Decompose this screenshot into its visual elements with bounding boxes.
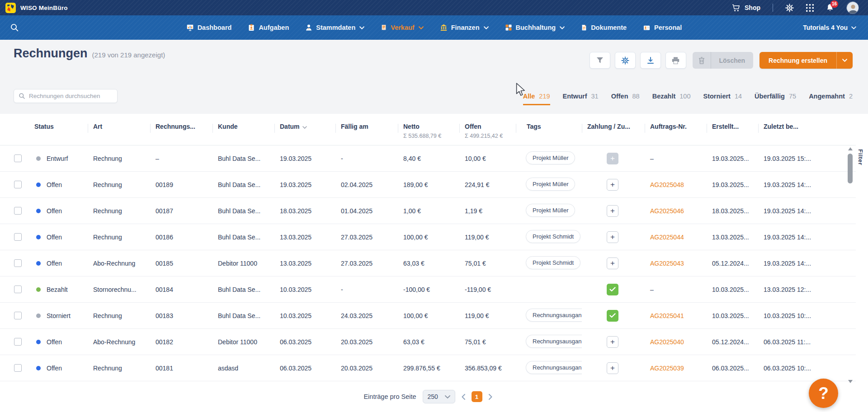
col-header-datum[interactable]: Datum	[274, 114, 335, 130]
row-checkbox[interactable]	[14, 312, 22, 319]
row-checkbox[interactable]	[14, 286, 22, 293]
tag-pill[interactable]: Projekt Schmidt	[526, 230, 580, 243]
col-header-netto[interactable]: NettoΣ 535.688,79 €	[398, 114, 459, 139]
col-header-kunde[interactable]: Kunde	[212, 114, 274, 130]
create-invoice-button[interactable]: Rechnung erstellen	[760, 52, 853, 69]
col-header-rechnungsnr[interactable]: Rechnungs...	[150, 114, 212, 130]
settings-icon[interactable]	[785, 4, 794, 12]
col-header-tags[interactable]: Tags	[516, 114, 582, 130]
nav-item-buchhaltung[interactable]: Buchhaltung	[505, 24, 565, 31]
row-checkbox[interactable]	[14, 364, 22, 372]
download-button[interactable]	[640, 52, 661, 69]
nav-item-personal[interactable]: Personal	[643, 24, 682, 31]
status-label: Storniert	[47, 312, 71, 319]
nav-item-verkauf[interactable]: Verkauf	[381, 24, 423, 31]
tag-pill[interactable]: Rechnungsausgan	[526, 335, 582, 348]
row-checkbox[interactable]	[14, 181, 22, 188]
help-button[interactable]: ?	[809, 379, 838, 408]
order-number-link[interactable]: AG2025039	[650, 365, 684, 372]
tab-bezahlt[interactable]: Bezahlt 100	[652, 93, 691, 104]
pagination-bar: Einträge pro Seite 250 1	[0, 381, 856, 412]
page-size-select[interactable]: 250	[423, 390, 455, 403]
col-header-zahlung[interactable]: Zahlung / Zu...	[582, 114, 645, 130]
next-page-button[interactable]	[489, 394, 492, 400]
table-row[interactable]: OffenRechnung00186Buhl Data Se...13.03.2…	[0, 224, 856, 250]
tag-pill[interactable]: Projekt Müller	[526, 151, 575, 164]
scroll-up-icon[interactable]	[848, 147, 853, 150]
order-number-link[interactable]: AG2025046	[650, 207, 684, 215]
tab-storniert[interactable]: Storniert 14	[703, 93, 742, 104]
table-row[interactable]: OffenRechnung00181asdasd06.03.202520.03.…	[0, 355, 856, 381]
col-header-erstellt[interactable]: Erstellt...	[707, 114, 758, 130]
row-checkbox[interactable]	[14, 154, 22, 162]
tab-alle[interactable]: Alle 219	[523, 93, 550, 105]
table-row[interactable]: OffenRechnung00187Buhl Data Se...18.03.2…	[0, 198, 856, 224]
nav-item-dashboard[interactable]: Dashboard	[186, 24, 232, 31]
add-payment-button[interactable]: +	[607, 362, 618, 374]
add-payment-button[interactable]: +	[607, 179, 618, 191]
table-settings-button[interactable]	[615, 52, 636, 69]
tutorials-menu[interactable]: Tutorials 4 You	[803, 24, 856, 31]
tag-pill[interactable]: Projekt Schmidt	[526, 256, 580, 269]
table-row[interactable]: OffenAbo-Rechnung00185Debitor 1100013.03…	[0, 250, 856, 276]
order-number-link[interactable]: AG2025043	[650, 260, 684, 267]
filter-funnel-button[interactable]	[590, 52, 610, 69]
table-row[interactable]: StorniertRechnung00183Buhl Data Se...10.…	[0, 303, 856, 329]
tab-überfällig[interactable]: Überfällig 75	[755, 93, 796, 104]
search-input[interactable]	[29, 93, 113, 99]
tab-angemahnt[interactable]: Angemahnt 2	[809, 93, 853, 104]
row-checkbox[interactable]	[14, 338, 22, 346]
table-scrollbar[interactable]	[846, 145, 854, 385]
order-number-link[interactable]: AG2025040	[650, 338, 684, 346]
payment-done-check-icon[interactable]	[607, 310, 618, 322]
row-checkbox[interactable]	[14, 233, 22, 241]
payment-done-check-icon[interactable]	[607, 284, 618, 295]
search-icon[interactable]	[10, 23, 19, 32]
add-payment-button[interactable]: +	[607, 231, 618, 243]
print-button[interactable]	[665, 52, 686, 69]
create-invoice-dropdown[interactable]	[836, 52, 853, 69]
col-header-zuletzt[interactable]: Zuletzt be...	[758, 114, 844, 130]
prev-page-button[interactable]	[462, 394, 465, 400]
notifications-bell-icon[interactable]: 16	[826, 4, 834, 12]
nav-item-stammdaten[interactable]: Stammdaten	[305, 24, 364, 31]
delete-button[interactable]: Löschen	[693, 52, 754, 69]
tab-offen[interactable]: Offen 88	[611, 93, 640, 104]
table-row[interactable]: OffenRechnung00189Buhl Data Se...19.03.2…	[0, 172, 856, 198]
nav-item-dokumente[interactable]: Dokumente	[581, 24, 627, 31]
invoice-number-cell: 00184	[150, 286, 212, 293]
tag-pill[interactable]: Rechnungsausgan	[526, 309, 582, 322]
due-date-cell-text: 02.04.2025	[341, 181, 373, 188]
shop-button[interactable]: Shop	[732, 4, 760, 12]
scroll-down-icon[interactable]	[848, 380, 853, 383]
tab-entwurf[interactable]: Entwurf 31	[563, 93, 599, 104]
user-avatar[interactable]	[846, 1, 859, 14]
apps-grid-icon[interactable]	[806, 4, 814, 12]
col-header-art[interactable]: Art	[88, 114, 150, 130]
current-page-button[interactable]: 1	[472, 391, 482, 402]
tag-pill[interactable]: Projekt Müller	[526, 204, 575, 217]
row-checkbox[interactable]	[14, 207, 22, 215]
order-number-link[interactable]: AG2025048	[650, 181, 684, 188]
tag-pill[interactable]: Rechnungsausgan	[526, 361, 582, 374]
nav-item-finanzen[interactable]: Finanzen	[440, 24, 489, 31]
col-header-offen[interactable]: OffenΣ 499.215,42 €	[459, 114, 516, 139]
order-number-link[interactable]: AG2025041	[650, 312, 684, 319]
row-checkbox[interactable]	[14, 259, 22, 267]
col-header-auftragsnr[interactable]: Auftrags-Nr.	[645, 114, 707, 130]
nav-item-aufgaben[interactable]: Aufgaben	[248, 24, 289, 31]
add-payment-button[interactable]: +	[607, 258, 618, 269]
order-number-link[interactable]: AG2025044	[650, 234, 684, 241]
tag-pill[interactable]: Projekt Müller	[526, 178, 575, 191]
art-cell-text: Rechnung	[93, 234, 122, 241]
table-row[interactable]: BezahltStornorechnu...00184Buhl Data Se.…	[0, 276, 856, 303]
table-row[interactable]: EntwurfRechnung–Buhl Data Se...19.03.202…	[0, 145, 856, 172]
table-row[interactable]: OffenAbo-Rechnung00182Debitor 1100006.03…	[0, 329, 856, 355]
add-payment-button[interactable]: +	[607, 336, 618, 348]
scrollbar-thumb[interactable]	[848, 154, 853, 183]
status-dot-gray	[36, 314, 41, 318]
col-header-faellig[interactable]: Fällig am	[335, 114, 398, 130]
add-payment-button[interactable]: +	[607, 205, 618, 217]
col-header-status[interactable]: Status	[29, 114, 88, 130]
filter-panel-tab[interactable]: Filter	[857, 149, 864, 165]
